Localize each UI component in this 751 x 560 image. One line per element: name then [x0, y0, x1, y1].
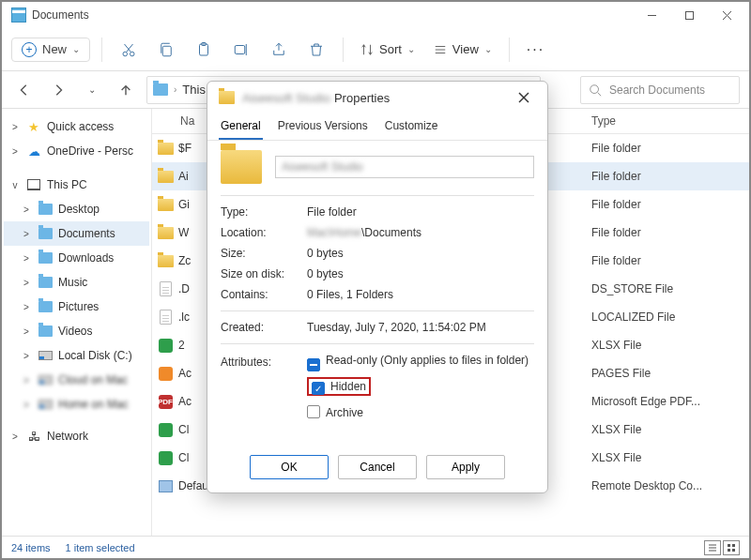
sidebar-item-documents[interactable]: >Documents: [4, 221, 149, 246]
value-contains: 0 Files, 1 Folders: [307, 288, 534, 301]
value-size: 0 bytes: [307, 247, 534, 260]
folder-icon: [38, 299, 53, 314]
value-created: Tuesday, July 7, 2020, 11:54:02 PM: [307, 321, 534, 334]
file-type: LOCALIZED File: [591, 310, 749, 324]
grid-view-button[interactable]: [723, 540, 740, 555]
dialog-titlebar: Aiseesoft Studio Properties: [207, 82, 547, 114]
search-input[interactable]: Search Documents: [580, 76, 740, 104]
item-count: 24 items: [11, 542, 51, 553]
up-button[interactable]: [113, 77, 139, 103]
toolbar: + New ⌄ Sort ⌄ View ⌄ ···: [2, 28, 749, 71]
sidebar-item-pictures[interactable]: >Pictures: [4, 295, 149, 319]
network-icon: 🖧: [26, 429, 41, 444]
selection-count: 1 item selected: [66, 542, 135, 553]
name-input[interactable]: Aiseesoft Studio: [275, 156, 534, 178]
file-icon: [152, 423, 178, 437]
sidebar-item-downloads[interactable]: >Downloads: [4, 246, 149, 270]
sidebar-item-onedrive[interactable]: >☁OneDrive - Persc: [4, 139, 149, 163]
chevron-down-icon: ⌄: [72, 44, 80, 54]
sidebar-item-desktop[interactable]: >Desktop: [4, 197, 149, 221]
plus-icon: +: [22, 42, 37, 57]
minimize-button[interactable]: [633, 4, 670, 26]
file-icon: [152, 227, 178, 239]
sidebar-item-obscured[interactable]: >Cloud on Mac: [4, 368, 149, 392]
attribute-hidden[interactable]: ✓Hidden: [307, 377, 371, 396]
label-size: Size:: [221, 247, 307, 260]
file-explorer-window: Documents + New ⌄ Sort ⌄ View ⌄ ···: [0, 0, 751, 560]
chevron-down-icon: ⌄: [484, 44, 492, 54]
titlebar: Documents: [2, 2, 749, 28]
status-bar: 24 items 1 item selected: [2, 536, 749, 558]
tab-previous-versions[interactable]: Previous Versions: [276, 114, 370, 140]
view-button[interactable]: View ⌄: [428, 38, 498, 60]
file-type: File folder: [591, 254, 749, 267]
checkbox-indeterminate-icon: [307, 358, 320, 371]
sidebar-item-quick-access[interactable]: >★Quick access: [4, 114, 149, 139]
sidebar-item-local-disk[interactable]: >Local Disk (C:): [4, 343, 149, 368]
sidebar-item-this-pc[interactable]: vThis PC: [4, 173, 149, 197]
svg-point-4: [123, 52, 128, 56]
attribute-archive[interactable]: Archive: [307, 403, 534, 419]
list-view-button[interactable]: [704, 540, 721, 555]
file-type: XLSX File: [591, 451, 749, 464]
separator: [101, 38, 102, 62]
sidebar-item-videos[interactable]: >Videos: [4, 319, 149, 343]
dialog-body: Aiseesoft Studio Type:File folder Locati…: [207, 141, 547, 446]
dialog-close-button[interactable]: [512, 85, 536, 110]
sidebar-item-music[interactable]: >Music: [4, 270, 149, 295]
label-contains: Contains:: [221, 288, 307, 301]
svg-point-16: [590, 84, 599, 93]
file-icon: PDF: [152, 395, 178, 409]
folder-icon: [38, 275, 53, 290]
copy-button[interactable]: [151, 35, 181, 65]
file-icon: [152, 171, 178, 183]
sort-button[interactable]: Sort ⌄: [355, 38, 421, 60]
tab-customize[interactable]: Customize: [383, 114, 440, 140]
file-icon: [152, 339, 178, 353]
file-type: Microsoft Edge PDF...: [591, 395, 749, 408]
label-size-on-disk: Size on disk:: [221, 267, 307, 280]
disk-icon: [38, 397, 53, 412]
svg-rect-8: [162, 46, 171, 56]
label-attributes: Attributes:: [221, 356, 307, 369]
folder-icon: [38, 202, 53, 217]
delete-button[interactable]: [301, 35, 331, 65]
search-icon: [589, 83, 602, 97]
value-location: Mac\Home\Documents: [307, 226, 534, 239]
sidebar-item-obscured[interactable]: >Home on Mac: [4, 392, 149, 416]
forward-button[interactable]: [45, 77, 71, 103]
folder-app-icon: [11, 8, 26, 23]
back-button[interactable]: [11, 77, 38, 103]
svg-rect-24: [732, 549, 735, 552]
label-location: Location:: [221, 226, 307, 239]
sidebar-item-network[interactable]: >🖧Network: [4, 424, 149, 448]
ok-button[interactable]: OK: [250, 455, 329, 479]
share-button[interactable]: [264, 35, 294, 65]
chevron-right-icon: ›: [174, 84, 176, 95]
separator: [509, 38, 510, 62]
file-icon: [152, 199, 178, 211]
file-icon: [152, 143, 178, 155]
value-type: File folder: [307, 205, 534, 219]
more-button[interactable]: ···: [521, 41, 550, 58]
attribute-readonly[interactable]: Read-only (Only applies to files in fold…: [307, 354, 534, 370]
maximize-button[interactable]: [670, 4, 708, 26]
file-icon: [152, 367, 178, 381]
file-type: XLSX File: [591, 339, 749, 352]
dialog-tabs: General Previous Versions Customize: [207, 114, 547, 141]
recent-button[interactable]: ⌄: [79, 77, 105, 103]
file-type: File folder: [591, 198, 749, 211]
cut-button[interactable]: [114, 35, 144, 65]
rename-button[interactable]: [226, 35, 256, 65]
svg-rect-21: [728, 544, 730, 547]
star-icon: ★: [26, 119, 41, 134]
tab-general[interactable]: General: [219, 114, 263, 140]
chevron-down-icon: ⌄: [407, 44, 415, 54]
cancel-button[interactable]: Cancel: [338, 455, 417, 479]
file-icon: [152, 255, 178, 267]
new-button[interactable]: + New ⌄: [11, 38, 90, 62]
close-button[interactable]: [708, 4, 745, 26]
paste-button[interactable]: [189, 35, 219, 65]
header-type[interactable]: Type: [591, 114, 749, 128]
apply-button[interactable]: Apply: [426, 455, 505, 479]
